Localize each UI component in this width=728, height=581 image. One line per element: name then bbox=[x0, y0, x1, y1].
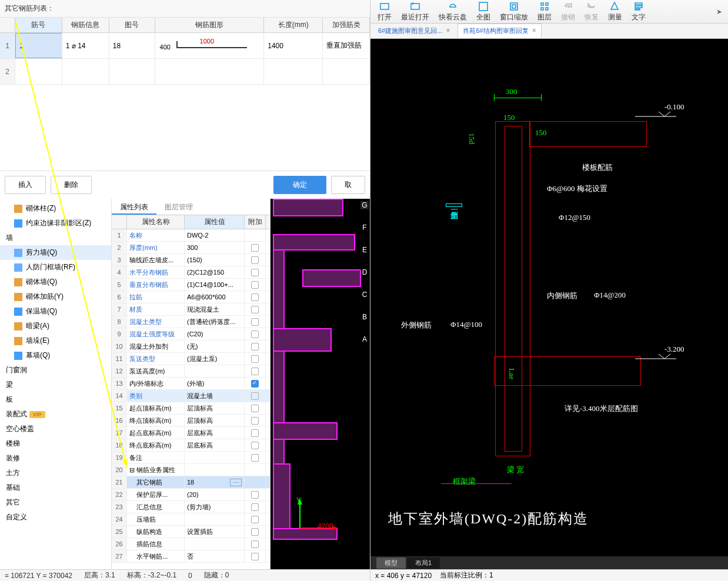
checkbox[interactable] bbox=[251, 540, 259, 548]
checkbox[interactable] bbox=[251, 355, 259, 363]
tab-model[interactable]: 模型 bbox=[376, 557, 406, 569]
close-icon[interactable]: × bbox=[446, 26, 450, 35]
property-row[interactable]: 8混凝土类型(普通砼(坍落度... bbox=[112, 316, 270, 328]
checkbox[interactable] bbox=[251, 368, 259, 375]
tree-item[interactable]: 墙 bbox=[0, 231, 111, 245]
ellipsis-button[interactable]: ⋯ bbox=[230, 479, 242, 486]
tree-item[interactable]: 装配式VIP bbox=[0, 407, 111, 422]
tab-layers[interactable]: 图层管理 bbox=[156, 199, 201, 215]
tree-item[interactable]: 约束边缘非阴影区(Z) bbox=[0, 216, 111, 231]
cell-length[interactable]: 1400 bbox=[264, 33, 323, 58]
row-header[interactable]: 2 bbox=[0, 59, 15, 84]
tree-item[interactable]: 人防门框墙(RF) bbox=[0, 260, 111, 275]
cell-tuhao[interactable]: 18 bbox=[109, 33, 155, 58]
checkbox[interactable] bbox=[251, 256, 259, 264]
cell-shape[interactable]: 400 1000 bbox=[155, 33, 265, 58]
delete-button[interactable]: 删除 bbox=[51, 176, 92, 194]
row-header[interactable]: 1 bbox=[0, 33, 15, 58]
tree-item[interactable]: 保温墙(Q) bbox=[0, 304, 111, 319]
property-row[interactable]: 3轴线距左墙皮...(150) bbox=[112, 254, 270, 266]
property-row[interactable]: 25 纵筋构造设置插筋 bbox=[112, 526, 270, 538]
col-jinhao[interactable]: 筋号 bbox=[15, 18, 62, 32]
toolbar-打开[interactable]: 打开 bbox=[373, 0, 396, 24]
checkbox[interactable] bbox=[251, 454, 259, 462]
tree-item[interactable]: 装修 bbox=[0, 451, 111, 466]
toolbar-测量[interactable]: 测量 bbox=[603, 0, 627, 24]
checkbox[interactable] bbox=[251, 442, 259, 449]
close-icon[interactable]: × bbox=[532, 26, 536, 35]
tree-item[interactable]: 其它 bbox=[0, 495, 111, 510]
checkbox[interactable] bbox=[251, 343, 259, 350]
tree-item[interactable]: 幕墙(Q) bbox=[0, 348, 111, 363]
property-row[interactable]: 23 汇总信息(剪力墙) bbox=[112, 501, 270, 513]
ok-button[interactable]: 确定 bbox=[273, 176, 326, 194]
tree-item[interactable]: 剪力墙(Q) bbox=[0, 245, 111, 260]
checkbox[interactable] bbox=[251, 405, 259, 412]
cell-jiaqiang[interactable]: 垂直加强筋 bbox=[323, 33, 370, 58]
checkbox[interactable] bbox=[251, 306, 259, 313]
col-tuhao[interactable]: 图号 bbox=[109, 18, 155, 32]
property-row[interactable]: 26 插筋信息 bbox=[112, 538, 270, 550]
checkbox[interactable] bbox=[251, 281, 259, 289]
tree-item[interactable]: 基础 bbox=[0, 480, 111, 495]
property-row[interactable]: 15起点顶标高(m)层顶标高 bbox=[112, 402, 270, 415]
cancel-button[interactable]: 取 bbox=[331, 176, 365, 194]
checkbox[interactable] bbox=[251, 392, 259, 400]
property-row[interactable]: 10混凝土外加剂(无) bbox=[112, 340, 270, 353]
toolbar-more-icon[interactable]: ➤ bbox=[713, 8, 726, 16]
property-row[interactable]: 12泵送高度(m) bbox=[112, 365, 270, 378]
property-row[interactable]: 17起点底标高(m)层底标高 bbox=[112, 427, 270, 439]
col-info[interactable]: 钢筋信息 bbox=[62, 18, 109, 32]
checkbox[interactable] bbox=[251, 380, 259, 388]
checkbox[interactable] bbox=[251, 553, 259, 560]
property-row[interactable]: 22 保护层厚...(20) bbox=[112, 489, 270, 501]
property-row[interactable]: 20⊟ 钢筋业务属性 bbox=[112, 464, 270, 476]
tree-item[interactable]: 墙垛(E) bbox=[0, 333, 111, 348]
checkbox[interactable] bbox=[251, 244, 259, 252]
property-row[interactable]: 27 水平钢筋...否 bbox=[112, 550, 270, 563]
property-row[interactable]: 11泵送类型(混凝土泵) bbox=[112, 353, 270, 365]
col-jiaqiang[interactable]: 加强筋类 bbox=[323, 18, 370, 32]
col-length[interactable]: 长度(mm) bbox=[264, 18, 323, 32]
tree-item[interactable]: 楼梯 bbox=[0, 436, 111, 451]
property-row[interactable]: 19备注 bbox=[112, 452, 270, 464]
tree-item[interactable]: 土方 bbox=[0, 466, 111, 480]
toolbar-文字[interactable]: 文字 bbox=[627, 0, 650, 24]
checkbox[interactable] bbox=[251, 269, 259, 276]
property-row[interactable]: 7材质现浇混凝土 bbox=[112, 303, 270, 316]
toolbar-全图[interactable]: 全图 bbox=[472, 0, 495, 24]
left-cad-viewport[interactable]: Y 4200 G F E D C B A bbox=[271, 199, 370, 569]
cad-viewport[interactable]: 300 150 150 15d 挡土一侧 楼板配筋 Φ6@600 梅花设置 Φ1… bbox=[370, 39, 728, 556]
property-row[interactable]: 16终点顶标高(m)层顶标高 bbox=[112, 415, 270, 427]
cell-info[interactable]: 1 ⌀ 14 bbox=[62, 33, 109, 58]
property-row[interactable]: 9混凝土强度等级(C20) bbox=[112, 328, 270, 340]
property-row[interactable]: 18终点底标高(m)层底标高 bbox=[112, 439, 270, 452]
property-row[interactable]: 1名称DWQ-2 bbox=[112, 229, 270, 242]
toolbar-最近打开[interactable]: 最近打开 bbox=[396, 0, 434, 24]
checkbox[interactable] bbox=[251, 318, 259, 326]
property-row[interactable]: 4水平分布钢筋(2)C12@150 bbox=[112, 266, 270, 279]
tab-properties[interactable]: 属性列表 bbox=[112, 199, 156, 215]
property-row[interactable]: 24 压墙筋 bbox=[112, 513, 270, 526]
property-row[interactable]: 5垂直分布钢筋(1)C14@100+... bbox=[112, 279, 270, 291]
tree-item[interactable]: 空心楼盖 bbox=[0, 422, 111, 436]
property-row[interactable]: 21 其它钢筋18⋯ bbox=[112, 476, 270, 489]
property-row[interactable]: 6拉筋A6@600*600 bbox=[112, 291, 270, 303]
insert-button[interactable]: 插入 bbox=[5, 176, 46, 194]
toolbar-快看云盘[interactable]: 快看云盘 bbox=[434, 0, 472, 24]
checkbox[interactable] bbox=[251, 330, 259, 338]
checkbox[interactable] bbox=[251, 429, 259, 437]
tree-item[interactable]: 门窗洞 bbox=[0, 363, 111, 378]
property-row[interactable]: 2厚度(mm)300 bbox=[112, 242, 270, 254]
checkbox[interactable] bbox=[251, 528, 259, 536]
toolbar-图层[interactable]: 图层 bbox=[533, 0, 556, 24]
tab-layout1[interactable]: 布局1 bbox=[407, 557, 440, 569]
drawing-tab[interactable]: 6#建施图审图意见回...× bbox=[373, 24, 455, 38]
checkbox[interactable] bbox=[251, 516, 259, 523]
drawing-tab[interactable]: 肖苑6#结构图审图回复× bbox=[457, 24, 541, 38]
tree-item[interactable]: 暗梁(A) bbox=[0, 319, 111, 333]
checkbox[interactable] bbox=[251, 417, 259, 425]
toolbar-窗口缩放[interactable]: 窗口缩放 bbox=[495, 0, 533, 24]
property-row[interactable]: 13内/外墙标志(外墙) bbox=[112, 378, 270, 390]
tree-item[interactable]: 板 bbox=[0, 392, 111, 407]
